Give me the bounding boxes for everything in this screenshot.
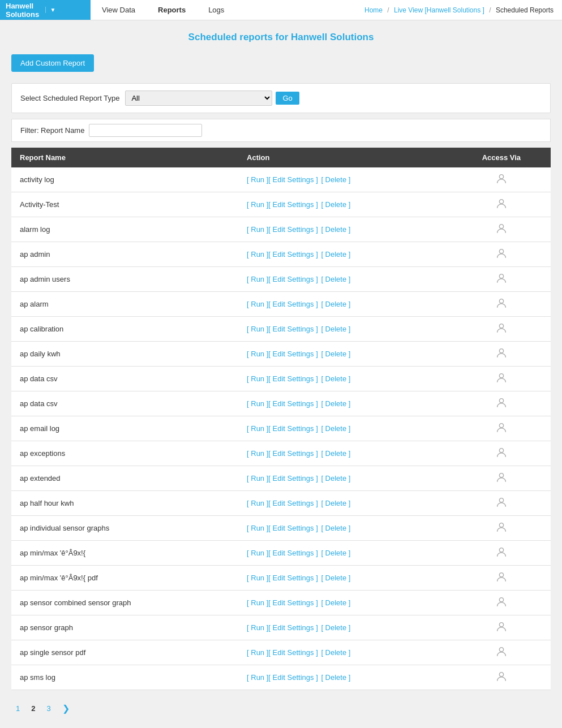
add-custom-report-button[interactable]: Add Custom Report [11, 54, 94, 72]
col-access-via: Access Via [452, 148, 551, 167]
delete-link[interactable]: [ Delete ] [321, 449, 350, 458]
breadcrumb-live-view[interactable]: Live View [Hanwell Solutions ] [394, 6, 484, 14]
run-link[interactable]: [ Run ] [247, 200, 268, 209]
run-link[interactable]: [ Run ] [247, 250, 268, 259]
action-links: [ Run ][ Edit Settings ] [ Delete ] [247, 399, 444, 408]
run-link[interactable]: [ Run ] [247, 623, 268, 632]
edit-settings-link[interactable]: [ Edit Settings ] [268, 300, 318, 308]
delete-link[interactable]: [ Delete ] [321, 524, 350, 532]
action-links: [ Run ][ Edit Settings ] [ Delete ] [247, 300, 444, 308]
delete-link[interactable]: [ Delete ] [321, 350, 350, 358]
run-link[interactable]: [ Run ] [247, 574, 268, 582]
run-link[interactable]: [ Run ] [247, 524, 268, 532]
edit-settings-link[interactable]: [ Edit Settings ] [268, 623, 318, 632]
edit-settings-link[interactable]: [ Edit Settings ] [268, 374, 318, 383]
edit-settings-link[interactable]: [ Edit Settings ] [268, 499, 318, 507]
delete-link[interactable]: [ Delete ] [321, 474, 350, 483]
edit-settings-link[interactable]: [ Edit Settings ] [268, 399, 318, 408]
edit-settings-link[interactable]: [ Edit Settings ] [268, 673, 318, 682]
action-links: [ Run ][ Edit Settings ] [ Delete ] [247, 250, 444, 259]
run-link[interactable]: [ Run ] [247, 424, 268, 433]
delete-link[interactable]: [ Delete ] [321, 300, 350, 308]
report-type-select[interactable]: All [125, 91, 272, 106]
delete-link[interactable]: [ Delete ] [321, 673, 350, 682]
run-link[interactable]: [ Run ] [247, 374, 268, 383]
run-link[interactable]: [ Run ] [247, 598, 268, 607]
edit-settings-link[interactable]: [ Edit Settings ] [268, 648, 318, 657]
edit-settings-link[interactable]: [ Edit Settings ] [268, 524, 318, 532]
delete-link[interactable]: [ Delete ] [321, 549, 350, 557]
run-link[interactable]: [ Run ] [247, 474, 268, 483]
search-input[interactable] [89, 124, 202, 137]
run-link[interactable]: [ Run ] [247, 275, 268, 283]
svg-point-13 [499, 498, 503, 502]
edit-settings-link[interactable]: [ Edit Settings ] [268, 574, 318, 582]
run-link[interactable]: [ Run ] [247, 673, 268, 682]
delete-link[interactable]: [ Delete ] [321, 399, 350, 408]
run-link[interactable]: [ Run ] [247, 499, 268, 507]
edit-settings-link[interactable]: [ Edit Settings ] [268, 250, 318, 259]
svg-point-6 [499, 324, 503, 328]
edit-settings-link[interactable]: [ Edit Settings ] [268, 175, 318, 184]
delete-link[interactable]: [ Delete ] [321, 200, 350, 209]
edit-settings-link[interactable]: [ Edit Settings ] [268, 350, 318, 358]
run-link[interactable]: [ Run ] [247, 449, 268, 458]
edit-settings-link[interactable]: [ Edit Settings ] [268, 449, 318, 458]
run-link[interactable]: [ Run ] [247, 325, 268, 333]
edit-settings-link[interactable]: [ Edit Settings ] [268, 200, 318, 209]
delete-link[interactable]: [ Delete ] [321, 275, 350, 283]
run-link[interactable]: [ Run ] [247, 300, 268, 308]
brand-dropdown[interactable]: Hanwell Solutions ▼ [0, 0, 91, 20]
access-via-cell [452, 267, 551, 292]
page-2-current[interactable]: 2 [27, 703, 40, 714]
delete-link[interactable]: [ Delete ] [321, 374, 350, 383]
edit-settings-link[interactable]: [ Edit Settings ] [268, 275, 318, 283]
report-name-cell: ap sensor graph [11, 615, 238, 640]
edit-settings-link[interactable]: [ Edit Settings ] [268, 424, 318, 433]
delete-link[interactable]: [ Delete ] [321, 574, 350, 582]
access-via-cell [452, 516, 551, 541]
action-cell: [ Run ][ Edit Settings ] [ Delete ] [238, 367, 452, 391]
delete-link[interactable]: [ Delete ] [321, 598, 350, 607]
run-link[interactable]: [ Run ] [247, 648, 268, 657]
action-cell: [ Run ][ Edit Settings ] [ Delete ] [238, 566, 452, 591]
delete-link[interactable]: [ Delete ] [321, 225, 350, 234]
action-cell: [ Run ][ Edit Settings ] [ Delete ] [238, 416, 452, 441]
delete-link[interactable]: [ Delete ] [321, 325, 350, 333]
edit-settings-link[interactable]: [ Edit Settings ] [268, 549, 318, 557]
nav-reports[interactable]: Reports [147, 0, 197, 20]
delete-link[interactable]: [ Delete ] [321, 648, 350, 657]
run-link[interactable]: [ Run ] [247, 225, 268, 234]
nav-view-data[interactable]: View Data [91, 0, 147, 20]
brand-name: Hanwell Solutions [6, 2, 41, 19]
svg-point-12 [499, 473, 503, 477]
run-link[interactable]: [ Run ] [247, 399, 268, 408]
page-1[interactable]: 1 [11, 703, 24, 714]
page-3[interactable]: 3 [42, 703, 55, 714]
run-link[interactable]: [ Run ] [247, 350, 268, 358]
delete-link[interactable]: [ Delete ] [321, 175, 350, 184]
run-link[interactable]: [ Run ] [247, 175, 268, 184]
breadcrumb-home[interactable]: Home [364, 6, 383, 14]
action-sep [319, 549, 321, 557]
svg-point-11 [499, 449, 503, 453]
report-name-cell: ap admin [11, 242, 238, 267]
go-button[interactable]: Go [276, 92, 299, 105]
delete-link[interactable]: [ Delete ] [321, 424, 350, 433]
access-via-cell [452, 391, 551, 416]
nav-logs[interactable]: Logs [197, 0, 235, 20]
edit-settings-link[interactable]: [ Edit Settings ] [268, 598, 318, 607]
edit-settings-link[interactable]: [ Edit Settings ] [268, 325, 318, 333]
report-name-cell: ap sms log [11, 665, 238, 690]
run-link[interactable]: [ Run ] [247, 549, 268, 557]
next-page-arrow[interactable]: ❯ [58, 701, 74, 716]
svg-point-14 [499, 523, 503, 527]
edit-settings-link[interactable]: [ Edit Settings ] [268, 225, 318, 234]
action-sep [319, 300, 321, 308]
delete-link[interactable]: [ Delete ] [321, 499, 350, 507]
action-cell: [ Run ][ Edit Settings ] [ Delete ] [238, 516, 452, 541]
filter-row: Select Scheduled Report Type All Go [20, 91, 542, 106]
delete-link[interactable]: [ Delete ] [321, 623, 350, 632]
edit-settings-link[interactable]: [ Edit Settings ] [268, 474, 318, 483]
delete-link[interactable]: [ Delete ] [321, 250, 350, 259]
